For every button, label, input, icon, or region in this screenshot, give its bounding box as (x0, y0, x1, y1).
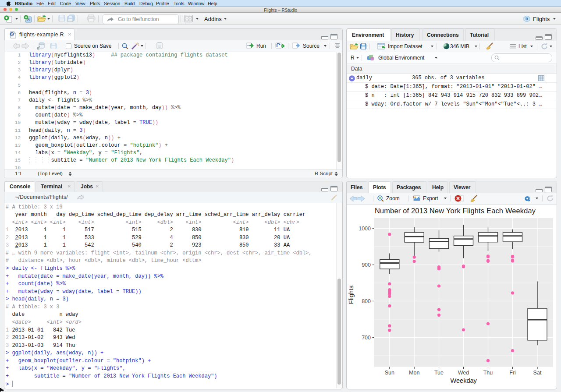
svg-text:Tue: Tue (434, 370, 444, 376)
svg-text:R: R (525, 17, 529, 21)
svg-text:900: 900 (362, 262, 371, 268)
svg-text:R: R (11, 32, 13, 36)
svg-text:700: 700 (362, 335, 371, 341)
svg-text:800: 800 (362, 298, 371, 304)
svg-text:Flights: Flights (348, 286, 355, 304)
svg-text:Mon: Mon (409, 370, 419, 376)
svg-text:Wed: Wed (458, 370, 469, 376)
svg-text:Number of 2013 New York Flight: Number of 2013 New York Flights Each Wee… (375, 207, 536, 215)
svg-text:Fri: Fri (509, 370, 516, 376)
svg-text:Sat: Sat (533, 370, 542, 376)
svg-text:Thu: Thu (483, 370, 493, 376)
svg-text:1000: 1000 (359, 226, 371, 232)
svg-text:Sun: Sun (385, 370, 394, 376)
svg-text:Weekday: Weekday (451, 377, 477, 384)
